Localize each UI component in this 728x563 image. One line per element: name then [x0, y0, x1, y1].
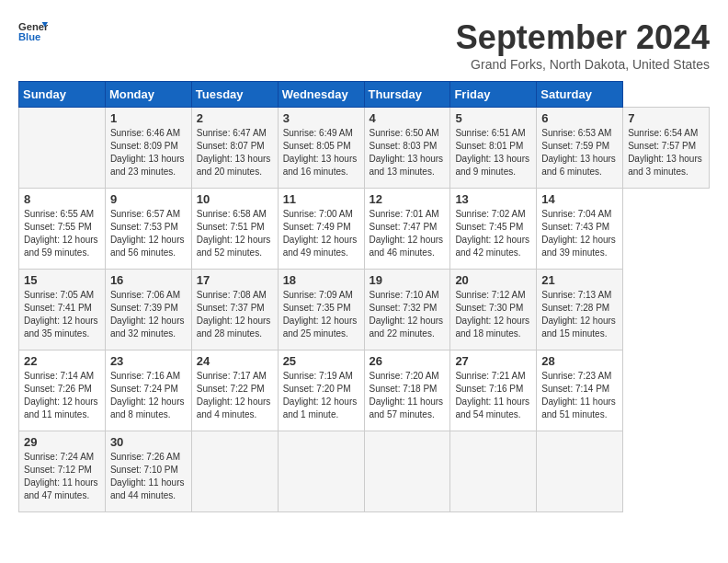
calendar-cell: 11Sunrise: 7:00 AMSunset: 7:49 PMDayligh…: [278, 189, 364, 270]
calendar-cell: 27Sunrise: 7:21 AMSunset: 7:16 PMDayligh…: [450, 350, 537, 431]
calendar-cell: 5Sunrise: 6:51 AMSunset: 8:01 PMDaylight…: [450, 108, 537, 189]
day-number: 23: [110, 354, 187, 368]
day-info: Sunrise: 6:50 AMSunset: 8:03 PMDaylight:…: [370, 127, 446, 178]
day-number: 1: [110, 111, 187, 125]
day-info: Sunrise: 7:16 AMSunset: 7:24 PMDaylight:…: [110, 370, 187, 421]
logo: General Blue: [18, 18, 48, 44]
calendar-cell: 28Sunrise: 7:23 AMSunset: 7:14 PMDayligh…: [537, 350, 623, 431]
calendar-cell: 26Sunrise: 7:20 AMSunset: 7:18 PMDayligh…: [364, 350, 450, 431]
calendar-cell: 23Sunrise: 7:16 AMSunset: 7:24 PMDayligh…: [105, 350, 191, 431]
day-info: Sunrise: 7:08 AMSunset: 7:37 PMDaylight:…: [197, 289, 273, 340]
day-info: Sunrise: 7:10 AMSunset: 7:32 PMDaylight:…: [370, 289, 446, 340]
calendar-cell: 10Sunrise: 6:58 AMSunset: 7:51 PMDayligh…: [191, 189, 278, 270]
calendar-cell: 22Sunrise: 7:14 AMSunset: 7:26 PMDayligh…: [19, 350, 106, 431]
calendar-cell: 16Sunrise: 7:06 AMSunset: 7:39 PMDayligh…: [105, 270, 191, 350]
day-number: 13: [455, 192, 531, 206]
day-info: Sunrise: 7:09 AMSunset: 7:35 PMDaylight:…: [283, 289, 359, 340]
header-saturday: Saturday: [537, 82, 623, 108]
day-info: Sunrise: 7:05 AMSunset: 7:41 PMDaylight:…: [24, 289, 100, 340]
day-number: 14: [541, 192, 618, 206]
day-number: 29: [24, 435, 100, 449]
header-tuesday: Tuesday: [191, 82, 278, 108]
day-number: 8: [24, 192, 100, 206]
calendar-cell: [364, 431, 450, 512]
day-info: Sunrise: 7:06 AMSunset: 7:39 PMDaylight:…: [110, 289, 187, 340]
day-number: 28: [541, 354, 618, 368]
weekday-header-row: Sunday Monday Tuesday Wednesday Thursday…: [19, 82, 710, 108]
day-number: 19: [370, 273, 446, 287]
day-info: Sunrise: 7:24 AMSunset: 7:12 PMDaylight:…: [24, 451, 100, 502]
day-info: Sunrise: 6:51 AMSunset: 8:01 PMDaylight:…: [455, 127, 531, 178]
day-info: Sunrise: 6:57 AMSunset: 7:53 PMDaylight:…: [110, 208, 187, 259]
day-number: 17: [197, 273, 273, 287]
day-number: 9: [110, 192, 187, 206]
calendar-table: Sunday Monday Tuesday Wednesday Thursday…: [18, 81, 710, 512]
header-sunday: Sunday: [19, 82, 106, 108]
day-info: Sunrise: 7:17 AMSunset: 7:22 PMDaylight:…: [197, 370, 273, 421]
logo-icon: General Blue: [18, 18, 48, 44]
calendar-week-row: 15Sunrise: 7:05 AMSunset: 7:41 PMDayligh…: [19, 270, 710, 350]
calendar-cell: 20Sunrise: 7:12 AMSunset: 7:30 PMDayligh…: [450, 270, 537, 350]
day-number: 21: [541, 273, 618, 287]
day-number: 7: [628, 111, 704, 125]
day-info: Sunrise: 7:12 AMSunset: 7:30 PMDaylight:…: [455, 289, 531, 340]
page-header: General Blue September 2024 Grand Forks,…: [18, 18, 710, 72]
day-info: Sunrise: 6:54 AMSunset: 7:57 PMDaylight:…: [628, 127, 704, 178]
day-number: 6: [541, 111, 618, 125]
calendar-cell: 25Sunrise: 7:19 AMSunset: 7:20 PMDayligh…: [278, 350, 364, 431]
header-wednesday: Wednesday: [278, 82, 364, 108]
header-monday: Monday: [105, 82, 191, 108]
calendar-week-row: 22Sunrise: 7:14 AMSunset: 7:26 PMDayligh…: [19, 350, 710, 431]
calendar-week-row: 29Sunrise: 7:24 AMSunset: 7:12 PMDayligh…: [19, 431, 710, 512]
calendar-cell: 19Sunrise: 7:10 AMSunset: 7:32 PMDayligh…: [364, 270, 450, 350]
day-number: 18: [283, 273, 359, 287]
day-number: 16: [110, 273, 187, 287]
calendar-cell: [191, 431, 278, 512]
day-number: 30: [110, 435, 187, 449]
calendar-cell: 12Sunrise: 7:01 AMSunset: 7:47 PMDayligh…: [364, 189, 450, 270]
day-info: Sunrise: 6:53 AMSunset: 7:59 PMDaylight:…: [541, 127, 618, 178]
calendar-cell: 30Sunrise: 7:26 AMSunset: 7:10 PMDayligh…: [105, 431, 191, 512]
day-number: 12: [370, 192, 446, 206]
location: Grand Forks, North Dakota, United States: [456, 57, 710, 72]
calendar-cell: 7Sunrise: 6:54 AMSunset: 7:57 PMDaylight…: [623, 108, 710, 189]
day-info: Sunrise: 7:04 AMSunset: 7:43 PMDaylight:…: [541, 208, 618, 259]
day-info: Sunrise: 6:49 AMSunset: 8:05 PMDaylight:…: [283, 127, 359, 178]
day-number: 4: [370, 111, 446, 125]
calendar-cell: 8Sunrise: 6:55 AMSunset: 7:55 PMDaylight…: [19, 189, 106, 270]
calendar-cell: 1Sunrise: 6:46 AMSunset: 8:09 PMDaylight…: [105, 108, 191, 189]
calendar-cell: 15Sunrise: 7:05 AMSunset: 7:41 PMDayligh…: [19, 270, 106, 350]
calendar-cell: 3Sunrise: 6:49 AMSunset: 8:05 PMDaylight…: [278, 108, 364, 189]
day-number: 10: [197, 192, 273, 206]
day-number: 15: [24, 273, 100, 287]
calendar-cell: [537, 431, 623, 512]
day-number: 26: [370, 354, 446, 368]
calendar-cell: 17Sunrise: 7:08 AMSunset: 7:37 PMDayligh…: [191, 270, 278, 350]
day-number: 3: [283, 111, 359, 125]
calendar-week-row: 1Sunrise: 6:46 AMSunset: 8:09 PMDaylight…: [19, 108, 710, 189]
day-info: Sunrise: 6:55 AMSunset: 7:55 PMDaylight:…: [24, 208, 100, 259]
day-info: Sunrise: 7:19 AMSunset: 7:20 PMDaylight:…: [283, 370, 359, 421]
calendar-cell: 29Sunrise: 7:24 AMSunset: 7:12 PMDayligh…: [19, 431, 106, 512]
calendar-cell: 2Sunrise: 6:47 AMSunset: 8:07 PMDaylight…: [191, 108, 278, 189]
day-info: Sunrise: 7:02 AMSunset: 7:45 PMDaylight:…: [455, 208, 531, 259]
header-friday: Friday: [450, 82, 537, 108]
calendar-cell: 21Sunrise: 7:13 AMSunset: 7:28 PMDayligh…: [537, 270, 623, 350]
day-number: 5: [455, 111, 531, 125]
calendar-cell: [450, 431, 537, 512]
day-number: 25: [283, 354, 359, 368]
day-number: 24: [197, 354, 273, 368]
day-number: 20: [455, 273, 531, 287]
svg-text:Blue: Blue: [18, 31, 40, 42]
calendar-cell: 24Sunrise: 7:17 AMSunset: 7:22 PMDayligh…: [191, 350, 278, 431]
header-thursday: Thursday: [364, 82, 450, 108]
day-info: Sunrise: 7:23 AMSunset: 7:14 PMDaylight:…: [541, 370, 618, 421]
day-info: Sunrise: 6:58 AMSunset: 7:51 PMDaylight:…: [197, 208, 273, 259]
calendar-cell: 13Sunrise: 7:02 AMSunset: 7:45 PMDayligh…: [450, 189, 537, 270]
calendar-cell: 4Sunrise: 6:50 AMSunset: 8:03 PMDaylight…: [364, 108, 450, 189]
day-info: Sunrise: 7:01 AMSunset: 7:47 PMDaylight:…: [370, 208, 446, 259]
calendar-cell: [278, 431, 364, 512]
day-number: 22: [24, 354, 100, 368]
day-info: Sunrise: 7:26 AMSunset: 7:10 PMDaylight:…: [110, 451, 187, 502]
day-info: Sunrise: 7:13 AMSunset: 7:28 PMDaylight:…: [541, 289, 618, 340]
